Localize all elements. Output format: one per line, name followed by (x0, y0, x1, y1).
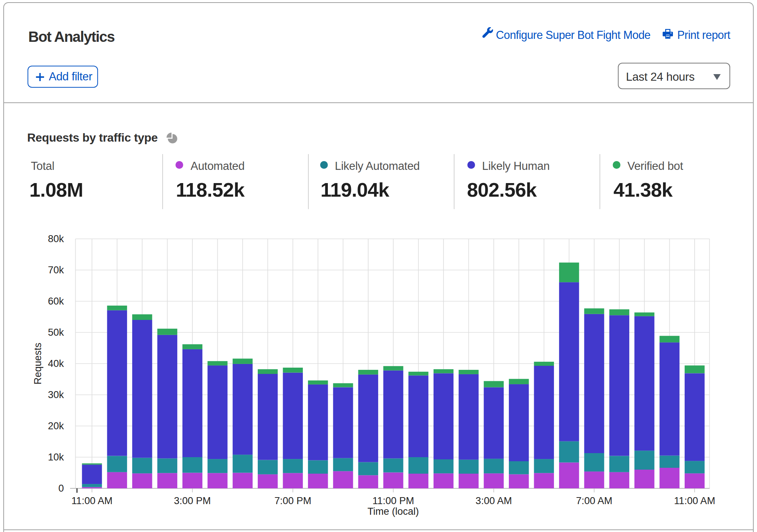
svg-text:80k: 80k (48, 233, 64, 244)
svg-text:60k: 60k (48, 296, 64, 307)
svg-text:11:00 PM: 11:00 PM (373, 495, 414, 506)
svg-text:10k: 10k (48, 452, 64, 463)
svg-text:7:00 PM: 7:00 PM (274, 495, 311, 506)
svg-text:Time (local): Time (local) (367, 506, 419, 517)
svg-text:Requests: Requests (32, 343, 43, 385)
svg-text:20k: 20k (48, 420, 64, 431)
svg-text:11:00 AM: 11:00 AM (71, 495, 112, 506)
svg-text:30k: 30k (48, 389, 64, 400)
svg-text:11:00 AM: 11:00 AM (674, 495, 715, 506)
svg-text:70k: 70k (48, 265, 64, 276)
svg-text:3:00 PM: 3:00 PM (174, 495, 211, 506)
svg-text:7:00 AM: 7:00 AM (576, 495, 612, 506)
svg-text:40k: 40k (48, 358, 64, 369)
svg-text:50k: 50k (48, 327, 64, 338)
svg-text:3:00 AM: 3:00 AM (475, 495, 512, 506)
svg-text:0: 0 (58, 483, 64, 494)
